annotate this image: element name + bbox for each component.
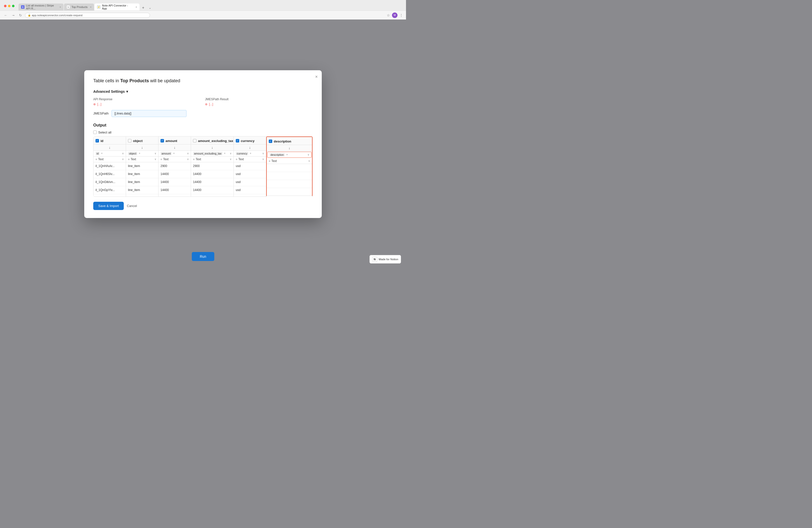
tab-notion[interactable]: N Top Products × — [64, 3, 94, 11]
notion-tab-icon: N — [67, 5, 70, 9]
jmespath-row: JMESPath — [93, 110, 313, 117]
made-for-notion-text: Made for Notion — [379, 258, 398, 261]
col-description-row-4 — [267, 188, 312, 196]
col-description-field-chevron[interactable]: ∨ — [307, 153, 309, 156]
col-amount-field-select[interactable]: amount × ∨ — [159, 151, 191, 157]
col-amount-type-select[interactable]: ≡ Text ∨ — [159, 157, 191, 162]
maximize-traffic-light[interactable] — [12, 5, 14, 7]
col-object-type-select[interactable]: ≡ Text ∨ — [126, 157, 158, 162]
col-id-type-select[interactable]: ≡ Text ∨ — [93, 157, 126, 162]
col-description-type-select[interactable]: ≡ Text ∨ — [267, 158, 312, 164]
col-currency-field-chevron[interactable]: ∨ — [262, 152, 264, 155]
address-bar[interactable]: 🔒 app.noteapiconnector.com/create-reques… — [25, 13, 150, 18]
col-object-header: object — [126, 136, 158, 145]
modal-title-db: Top Products — [120, 78, 149, 83]
col-amount-ex-field-chevron[interactable]: ∨ — [230, 152, 232, 155]
select-all-checkbox[interactable] — [93, 131, 97, 134]
user-avatar[interactable]: M — [392, 13, 397, 18]
advanced-settings-chevron: ▾ — [126, 89, 128, 93]
lock-icon: 🔒 — [28, 14, 31, 16]
col-id-row-4: il_1QnGpYIv... — [93, 186, 126, 194]
tab-stripe[interactable]: S List all invoices | Stripe API R... × — [18, 3, 63, 11]
nav-icons: ☆ M ⋮ — [387, 13, 403, 18]
select-all-label: Select all — [98, 131, 112, 134]
new-tab-button[interactable]: + — [140, 5, 146, 11]
columns-wrapper: ✓ id ↓ id × ∨ ≡ Text ∨ il_1QnHAuIv... — [93, 136, 313, 197]
col-object-type-chevron[interactable]: ∨ — [155, 158, 156, 161]
col-amount-ex-row-1: 2900 — [191, 162, 233, 170]
col-currency-row-3: usd — [234, 178, 266, 186]
menu-icon[interactable]: ⋮ — [400, 13, 403, 17]
advanced-settings-toggle[interactable]: Advanced Settings ▾ — [93, 89, 313, 93]
tab-overflow-chevron[interactable]: ⌄ — [147, 5, 153, 11]
col-amount-field-clear[interactable]: × — [173, 152, 175, 155]
col-object-field-clear[interactable]: × — [139, 152, 140, 155]
tab-connector[interactable]: ⚡ Note API Connector - App × — [95, 3, 140, 11]
col-description-type-chevron[interactable]: ∨ — [308, 160, 310, 162]
back-button[interactable]: ← — [3, 13, 9, 18]
col-currency-type-chevron[interactable]: ∨ — [262, 158, 264, 161]
cancel-button[interactable]: Cancel — [127, 204, 137, 208]
minimize-traffic-light[interactable] — [8, 5, 11, 7]
save-import-button[interactable]: Save & Import — [93, 202, 124, 210]
tab-stripe-label: List all invoices | Stripe API R... — [26, 4, 57, 10]
jmespath-result-preview[interactable]: ⊕ [...] — [205, 103, 313, 106]
tab-connector-label: Note API Connector - App — [102, 4, 133, 10]
col-amount-ex-row-4: 14400 — [191, 186, 233, 194]
col-amount-type-chevron[interactable]: ∨ — [187, 158, 189, 161]
col-amount-ex-field-clear[interactable]: × — [224, 152, 226, 155]
expand-icon-2: ⊕ — [205, 103, 207, 106]
col-amount-ex-type-icon: ≡ — [193, 158, 194, 161]
bookmark-icon[interactable]: ☆ — [387, 13, 390, 17]
column-description: ✓ description ↓ description × ∨ ≡ Text ∨ — [266, 136, 313, 196]
col-id-type-chevron[interactable]: ∨ — [122, 158, 124, 161]
expand-icon: ⊕ — [93, 103, 96, 106]
col-amount-ex-type-select[interactable]: ≡ Text ∨ — [191, 157, 233, 162]
reload-button[interactable]: ↻ — [18, 13, 23, 18]
col-id-row-3: il_1QnGtkIvn... — [93, 178, 126, 186]
col-amount-type-label: Text — [163, 158, 169, 161]
made-for-notion-badge: N Made for Notion — [369, 255, 401, 264]
col-description-checkbox[interactable]: ✓ — [269, 140, 272, 143]
col-amount-ex-checkbox[interactable] — [193, 139, 197, 143]
jmespath-result-label: JMESPath Result — [205, 98, 313, 101]
col-description-field-select[interactable]: description × ∨ — [267, 152, 311, 158]
col-amount-checkbox[interactable]: ✓ — [160, 139, 164, 143]
col-object-field-select[interactable]: object × ∨ — [126, 151, 158, 157]
col-amount-arrow: ↓ — [159, 145, 191, 151]
col-amount-ex-field-select[interactable]: amount_excluding_tax × ∨ — [191, 151, 233, 157]
col-description-field-clear[interactable]: × — [286, 153, 288, 156]
col-id-field-chevron[interactable]: ∨ — [122, 152, 124, 155]
col-currency-type-select[interactable]: ≡ Text ∨ — [234, 157, 266, 162]
col-currency-name: currency — [241, 139, 255, 143]
col-amount-row-2: 14400 — [159, 170, 191, 178]
jmespath-input[interactable] — [112, 110, 187, 117]
tab-connector-close[interactable]: × — [135, 6, 137, 9]
column-amount-excluding-tax: amount_excluding_tax ↓ amount_excluding_… — [191, 136, 234, 196]
run-button[interactable]: Run — [192, 252, 214, 261]
col-amount-row-1: 2900 — [159, 162, 191, 170]
tab-stripe-close[interactable]: × — [59, 6, 61, 9]
col-amount-field-chevron[interactable]: ∨ — [187, 152, 189, 155]
api-response-preview[interactable]: ⊕ [...] — [93, 103, 201, 106]
modal-title: Table cells in Top Products will be upda… — [93, 78, 313, 84]
col-currency-field-select[interactable]: currency × ∨ — [234, 151, 266, 157]
col-amount-ex-type-chevron[interactable]: ∨ — [230, 158, 232, 161]
forward-button[interactable]: → — [11, 13, 16, 18]
tab-notion-close[interactable]: × — [90, 6, 91, 9]
col-amount-type-icon: ≡ — [160, 158, 162, 161]
column-currency: ✓ currency ↓ currency × ∨ ≡ Text ∨ usd — [234, 136, 266, 196]
col-id-name: id — [101, 139, 103, 143]
col-id-field-clear[interactable]: × — [101, 152, 103, 155]
close-traffic-light[interactable] — [4, 5, 6, 7]
col-id-field-select[interactable]: id × ∨ — [93, 151, 126, 157]
col-object-field-chevron[interactable]: ∨ — [155, 152, 156, 155]
col-currency-checkbox[interactable]: ✓ — [236, 139, 239, 143]
col-object-checkbox[interactable] — [128, 139, 131, 143]
api-jmes-grid: API Response ⊕ [...] JMESPath Result ⊕ [… — [93, 98, 313, 106]
col-object-row-1: line_item — [126, 162, 158, 170]
modal-close-button[interactable]: × — [315, 74, 318, 79]
col-id-checkbox[interactable]: ✓ — [96, 139, 99, 143]
col-currency-field-clear[interactable]: × — [250, 152, 251, 155]
api-json-text: [...] — [97, 103, 102, 106]
